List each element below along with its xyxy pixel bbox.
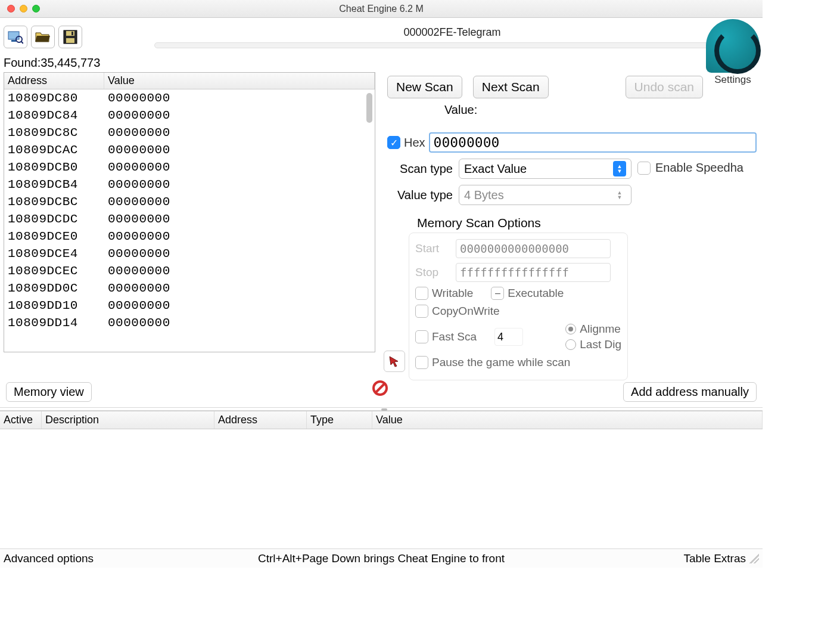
svg-rect-6	[66, 38, 74, 43]
results-cell-value: 00000000	[104, 245, 375, 262]
scan-value-input[interactable]	[429, 132, 757, 153]
main-split: Address Value 10809DC800000000010809DC84…	[0, 72, 763, 376]
cheat-header-value[interactable]: Value	[372, 411, 763, 429]
results-cell-address: 10809DC8C	[4, 124, 104, 141]
results-header-address[interactable]: Address	[4, 73, 104, 89]
executable-label: Executable	[508, 287, 564, 300]
copyonwrite-checkbox[interactable]	[415, 305, 428, 318]
memory-view-button[interactable]: Memory view	[6, 382, 92, 402]
executable-checkbox[interactable]: –	[491, 287, 504, 300]
click-target-button[interactable]	[384, 351, 405, 372]
enable-speedhack-row: Enable Speedha	[637, 161, 743, 175]
cheat-header-active[interactable]: Active	[0, 411, 42, 429]
lastdigit-radio[interactable]	[565, 339, 576, 350]
alignment-radio[interactable]	[565, 324, 576, 334]
open-process-button[interactable]	[4, 26, 27, 48]
enable-speedhack-checkbox[interactable]	[637, 162, 651, 175]
results-row[interactable]: 10809DCDC00000000	[4, 210, 375, 228]
results-row[interactable]: 10809DCB000000000	[4, 159, 375, 176]
writable-label: Writable	[432, 287, 473, 300]
pause-checkbox[interactable]	[415, 356, 428, 369]
cheat-engine-logo-icon[interactable]	[706, 19, 760, 73]
clear-results-button[interactable]	[372, 380, 388, 396]
results-row[interactable]: 10809DCE000000000	[4, 228, 375, 245]
results-row[interactable]: 10809DCEC00000000	[4, 262, 375, 280]
results-row[interactable]: 10809DCB400000000	[4, 176, 375, 193]
hex-checkbox[interactable]: ✓	[387, 136, 400, 149]
next-scan-button[interactable]: Next Scan	[473, 76, 549, 98]
results-cell-value: 00000000	[104, 89, 375, 107]
results-header-value[interactable]: Value	[104, 73, 375, 89]
splitter-handle[interactable]	[0, 407, 763, 411]
results-cell-address: 10809DCDC	[4, 210, 104, 228]
cheat-header-description[interactable]: Description	[42, 411, 214, 429]
folder-open-icon	[35, 30, 51, 44]
new-scan-button[interactable]: New Scan	[387, 76, 462, 98]
computer-magnify-icon	[8, 30, 23, 44]
results-scrollbar[interactable]	[365, 91, 374, 347]
results-cell-value: 00000000	[104, 210, 375, 228]
results-cell-value: 00000000	[104, 141, 375, 159]
found-label: Found:	[4, 56, 41, 69]
open-file-button[interactable]	[31, 26, 55, 48]
results-cell-value: 00000000	[104, 280, 375, 297]
results-cell-value: 00000000	[104, 193, 375, 210]
value-type-dropdown[interactable]: 4 Bytes ▲▼	[459, 185, 631, 205]
undo-scan-button[interactable]: Undo scan	[626, 76, 703, 98]
results-cell-address: 10809DD0C	[4, 280, 104, 297]
results-cell-address: 10809DCE4	[4, 245, 104, 262]
value-type-value: 4 Bytes	[464, 188, 504, 202]
results-header: Address Value	[4, 73, 375, 89]
scan-type-dropdown[interactable]: Exact Value ▲▼	[459, 159, 631, 179]
results-row[interactable]: 10809DC8000000000	[4, 89, 375, 107]
memory-scan-options-title: Memory Scan Options	[417, 216, 763, 230]
svg-line-3	[21, 41, 23, 44]
results-row[interactable]: 10809DCAC00000000	[4, 141, 375, 159]
found-count: Found:35,445,773	[0, 54, 763, 72]
fastscan-checkbox[interactable]: ✓	[415, 330, 428, 343]
pause-label: Pause the game while scan	[432, 356, 570, 369]
results-cell-value: 00000000	[104, 262, 375, 280]
results-row[interactable]: 10809DD0C00000000	[4, 280, 375, 297]
prohibited-icon	[372, 380, 388, 396]
results-cell-value: 00000000	[104, 124, 375, 141]
results-table[interactable]: Address Value 10809DC800000000010809DC84…	[4, 72, 375, 352]
results-row[interactable]: 10809DCE400000000	[4, 245, 375, 262]
fastscan-value-input[interactable]	[494, 328, 523, 346]
writable-checkbox[interactable]: ✓	[415, 287, 428, 300]
results-row[interactable]: 10809DCBC00000000	[4, 193, 375, 210]
results-cell-value: 00000000	[104, 159, 375, 176]
cheat-header-address[interactable]: Address	[214, 411, 307, 429]
value-type-label: Value type	[387, 188, 453, 202]
mso-stop-input[interactable]	[456, 263, 611, 282]
results-row[interactable]: 10809DC8400000000	[4, 107, 375, 124]
scan-panel: New Scan Next Scan Undo scan Value: ✓ He…	[375, 72, 763, 376]
process-name-label: 000002FE-Telegram	[145, 26, 759, 39]
window-title: Cheat Engine 6.2 M	[0, 4, 763, 14]
fastscan-label: Fast Sca	[432, 330, 477, 343]
results-row[interactable]: 10809DD1400000000	[4, 314, 375, 331]
scan-type-label: Scan type	[387, 162, 453, 176]
scan-progress-bar	[154, 42, 750, 48]
results-cell-address: 10809DC80	[4, 89, 104, 107]
results-row[interactable]: 10809DD1000000000	[4, 297, 375, 314]
results-cell-value: 00000000	[104, 297, 375, 314]
memory-scan-options-group: Start Stop ✓Writable –Executable CopyOnW…	[409, 233, 628, 380]
results-cell-address: 10809DCB4	[4, 176, 104, 193]
mso-stop-label: Stop	[415, 266, 450, 279]
svg-rect-1	[11, 40, 16, 42]
svg-line-9	[376, 384, 384, 392]
mso-start-input[interactable]	[456, 239, 611, 258]
cheat-header-type[interactable]: Type	[307, 411, 372, 429]
svg-rect-0	[8, 32, 19, 39]
results-scrollbar-thumb[interactable]	[366, 93, 372, 123]
enable-speedhack-label: Enable Speedha	[655, 161, 743, 175]
chevron-updown-icon: ▲▼	[613, 187, 626, 203]
cheat-table-body[interactable]	[0, 429, 763, 548]
add-address-manually-button[interactable]: Add address manually	[623, 382, 757, 402]
save-file-button[interactable]	[58, 26, 82, 48]
toolbar: 000002FE-Telegram	[0, 18, 763, 54]
results-cell-address: 10809DD10	[4, 297, 104, 314]
results-cell-address: 10809DCAC	[4, 141, 104, 159]
results-row[interactable]: 10809DC8C00000000	[4, 124, 375, 141]
